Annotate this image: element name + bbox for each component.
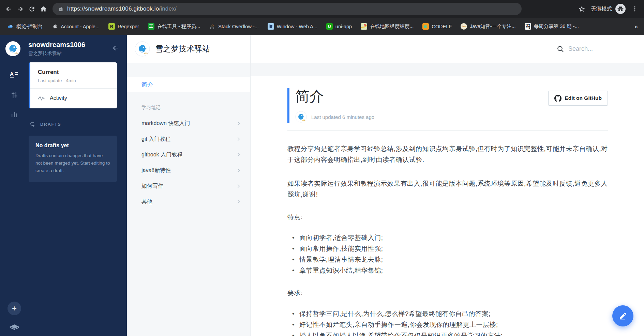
bookmark-stack-overflow[interactable]: Stack Overflow -...: [205, 21, 263, 32]
toc-item-git[interactable]: git 入门教程: [127, 131, 250, 147]
drafts-section-header: DRAFTS: [29, 121, 117, 127]
current-subtitle: Last update - 4min: [38, 78, 111, 83]
drafts-empty-body: Drafts contain changes that have not bee…: [35, 152, 110, 174]
search-icon: [557, 46, 564, 52]
list-item: 面向初学者,适合零基础入门;: [287, 232, 608, 243]
incognito-icon[interactable]: [615, 4, 626, 14]
bookmark-online-map[interactable]: 在线地图经度纬度...: [356, 21, 418, 32]
chevron-right-icon: [236, 121, 241, 126]
current-title: Current: [38, 69, 111, 76]
drafts-header-label: DRAFTS: [40, 122, 61, 127]
svg-text:Java: Java: [461, 25, 466, 28]
workspace-sidebar: </> snowdreams1006 雪之梦技术驿站 A: [0, 35, 127, 336]
incognito-label: 无痕模式: [591, 5, 612, 13]
chevron-right-icon: [236, 199, 241, 204]
bookmark-star-button[interactable]: [576, 3, 587, 15]
kebab-menu-icon: [631, 5, 638, 12]
toc-sidebar: 简介 学习笔记 markdown 快速入门 git 入门教程 gitbook 入…: [127, 63, 251, 336]
apple-icon: [51, 23, 58, 30]
chevron-right-icon: [236, 168, 241, 173]
workspace-name: snowdreams1006: [28, 41, 85, 49]
list-item: 面向常用操作,技能实用性强;: [287, 243, 608, 254]
current-version-row[interactable]: Current Last update - 4min: [30, 62, 117, 88]
bookmark-regexper[interactable]: R Regexper: [104, 21, 144, 32]
bookmarks-bar: 概览-控制台 Account - Apple... R Regexper 工 在…: [0, 18, 644, 35]
edit-on-github-button[interactable]: Edit on GitHub: [548, 91, 608, 106]
workspace-avatar[interactable]: </>: [5, 41, 21, 57]
workspace-header: </> snowdreams1006 雪之梦技术驿站: [0, 35, 127, 62]
bookmark-apple-account[interactable]: Account - Apple...: [47, 21, 104, 32]
requirements-list: 保持哲学三问,是什么,为什么,怎么样?希望最终能有你自己的答案; 好记性不如烂笔…: [287, 308, 608, 336]
bookmarks-overflow-chevron[interactable]: »: [634, 23, 641, 30]
toc-item-java8[interactable]: java8新特性: [127, 163, 250, 178]
bookmark-overview-console[interactable]: 概览-控制台: [3, 21, 47, 32]
bookmark-weekly-share[interactable]: 冯 每周分享第 36 期 -...: [520, 21, 583, 32]
bookmark-uni-app[interactable]: U uni-app: [322, 21, 356, 32]
refresh-button[interactable]: [26, 3, 38, 15]
toc-item-intro-active[interactable]: 简介: [127, 77, 250, 92]
current-version-card[interactable]: Current Last update - 4min Activity: [29, 62, 117, 108]
browser-toolbar: https://snowdreams1006.gitbook.io/index/…: [0, 0, 644, 18]
home-icon: [40, 5, 47, 13]
content-editor-tab[interactable]: A: [10, 71, 19, 79]
editor-icon: A: [10, 71, 19, 79]
bookmark-window-web[interactable]: Window - Web A...: [263, 21, 322, 32]
toc-item-markdown[interactable]: markdown 快速入门: [127, 116, 250, 131]
bookmark-codelf[interactable]: CODELF: [418, 21, 456, 32]
svg-text:A: A: [10, 71, 14, 77]
activity-row[interactable]: Activity: [30, 89, 117, 108]
java-icon: Java: [461, 23, 467, 30]
bookmark-java-zhiyin[interactable]: Java Java知音-一个专注...: [456, 21, 520, 32]
github-icon: [554, 95, 561, 102]
gitbook-book-icon[interactable]: [9, 321, 20, 331]
bar-chart-icon: [10, 110, 18, 119]
tools-icon: 工: [148, 23, 154, 30]
search-box[interactable]: [557, 45, 644, 52]
drafts-empty-title: No drafts yet: [35, 142, 110, 149]
toc-item-writing[interactable]: 如何写作: [127, 178, 250, 194]
address-bar[interactable]: https://snowdreams1006.gitbook.io/index/: [53, 3, 522, 15]
analytics-tab[interactable]: [10, 110, 19, 119]
svg-text:</>: </>: [302, 119, 305, 121]
chevron-right-icon: [236, 152, 241, 157]
site-logo: </>: [135, 41, 150, 57]
author-row: </> Last updated 6 minutes ago: [295, 111, 374, 123]
stackoverflow-icon: [209, 23, 215, 30]
toc-item-other[interactable]: 其他: [127, 194, 250, 210]
cloud-icon: [7, 23, 14, 30]
content-pane: 简介 </> Last updated 6 minutes ago: [251, 63, 644, 336]
site-brand[interactable]: </> 雪之梦技术驿站: [127, 35, 251, 63]
drafts-branch-icon: [30, 121, 36, 127]
weekly-icon: 冯: [525, 23, 531, 30]
lock-icon: [58, 6, 63, 12]
window-icon: [268, 23, 274, 30]
page-title: 简介: [295, 88, 374, 105]
forward-button[interactable]: [14, 3, 26, 15]
add-content-button[interactable]: +: [8, 302, 21, 315]
collapse-sidebar-button[interactable]: [112, 44, 119, 53]
back-icon: [5, 5, 12, 13]
bookmark-online-tools[interactable]: 工 在线工具 - 程序员...: [144, 21, 205, 32]
back-button[interactable]: [3, 3, 14, 15]
map-icon: [361, 23, 367, 30]
article-paragraph-1: 教程分享均是笔者亲身学习经验总结,涉及到的知识点均亲身试验,但有时为了知识完整性…: [287, 143, 608, 165]
customization-tab[interactable]: [10, 90, 19, 99]
uniapp-icon: U: [326, 23, 333, 30]
requirements-label: 要求:: [287, 288, 608, 299]
toc-item-gitbook[interactable]: gitbook 入门教程: [127, 147, 250, 163]
search-input[interactable]: [568, 45, 623, 52]
edit-fab-button[interactable]: [612, 305, 633, 326]
browser-menu-button[interactable]: [629, 3, 641, 15]
home-button[interactable]: [38, 3, 49, 15]
article-paragraph-2: 如果读者实际运行效果和教程演示效果有出入,很可能是版本问题,系统环境等原因,希望…: [287, 178, 608, 200]
site-header: </> 雪之梦技术驿站: [127, 35, 644, 63]
sliders-icon: [10, 91, 19, 99]
article-sheet: 简介 </> Last updated 6 minutes ago: [251, 76, 644, 336]
workspace-rail: A: [0, 62, 29, 182]
regexper-icon: R: [108, 23, 115, 30]
features-label: 特点:: [287, 212, 608, 223]
toc-section-label: 学习笔记: [141, 105, 250, 111]
chevron-right-icon: [236, 183, 241, 189]
gitbook-app: </> snowdreams1006 雪之梦技术驿站 A: [0, 35, 644, 336]
browser-chrome: https://snowdreams1006.gitbook.io/index/…: [0, 0, 644, 35]
